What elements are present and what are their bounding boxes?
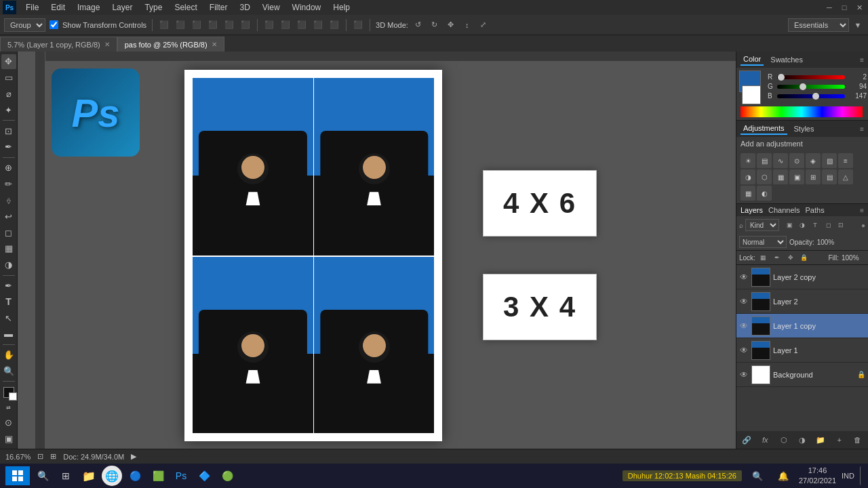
layer-link-icon[interactable]: 🔗 xyxy=(741,434,753,446)
type-tool[interactable]: T xyxy=(1,294,16,309)
color-panel-collapse[interactable]: ≡ xyxy=(860,56,864,64)
selective-color-icon[interactable]: ◐ xyxy=(757,186,772,201)
brightness-contrast-icon[interactable]: ☀ xyxy=(741,153,755,168)
filter-pixel-icon[interactable]: ▣ xyxy=(784,220,795,230)
gradient-tool[interactable]: ▦ xyxy=(1,241,16,256)
clone-tool[interactable]: ⎀ xyxy=(1,192,16,207)
align-left-icon[interactable]: ⬛ xyxy=(158,19,170,31)
blend-mode-select[interactable]: Normal xyxy=(739,236,787,248)
show-desktop-button[interactable] xyxy=(860,466,863,485)
gradient-map-icon[interactable]: ▦ xyxy=(741,186,755,201)
threshold-icon[interactable]: △ xyxy=(838,169,853,184)
align-top-icon[interactable]: ⬛ xyxy=(207,19,219,31)
3d-scale-icon[interactable]: ⤢ xyxy=(477,19,490,31)
status-arrow[interactable]: ▶ xyxy=(131,452,136,461)
menu-help[interactable]: Help xyxy=(328,1,355,14)
layer-new-icon[interactable]: + xyxy=(833,434,846,446)
workspace-expand-icon[interactable]: ▼ xyxy=(852,19,864,31)
bg-color-swatch[interactable] xyxy=(742,85,761,104)
color-balance-icon[interactable]: ≡ xyxy=(838,153,853,168)
tab-pasfoto[interactable]: pas foto @ 25% (RGB/8) ✕ xyxy=(117,37,224,52)
menu-filter[interactable]: Filter xyxy=(204,1,233,14)
filter-shape-icon[interactable]: ◻ xyxy=(823,220,833,230)
canvas-icon[interactable]: ⬛ xyxy=(352,19,364,31)
filter-smart-icon[interactable]: ⊡ xyxy=(835,220,846,230)
layer-visibility-layer1[interactable]: 👁 xyxy=(739,346,749,355)
dist-h-icon[interactable]: ⬛ xyxy=(263,19,275,31)
menu-view[interactable]: View xyxy=(257,1,285,14)
dodge-tool[interactable]: ◑ xyxy=(1,258,16,272)
minimize-button[interactable]: ─ xyxy=(823,1,835,14)
layer-fx-icon[interactable]: fx xyxy=(759,434,771,446)
history-tool[interactable]: ↩ xyxy=(1,209,16,224)
invert-icon[interactable]: ⊞ xyxy=(806,169,821,184)
align-middle-icon[interactable]: ⬛ xyxy=(223,19,235,31)
3d-drag-icon[interactable]: ✥ xyxy=(445,19,457,31)
menu-layer[interactable]: Layer xyxy=(106,1,138,14)
layer-visibility-background[interactable]: 👁 xyxy=(739,370,749,380)
lock-all-icon[interactable]: 🔒 xyxy=(799,252,810,263)
eraser-tool[interactable]: ◻ xyxy=(1,225,16,240)
3d-slide-icon[interactable]: ↕ xyxy=(461,19,473,31)
posterize-icon[interactable]: ▤ xyxy=(822,169,837,184)
heal-tool[interactable]: ⊕ xyxy=(1,161,16,176)
levels-icon[interactable]: ▤ xyxy=(757,153,772,168)
color-tab[interactable]: Color xyxy=(741,54,764,66)
paths-tab[interactable]: Paths xyxy=(806,206,825,214)
zoom-tool[interactable]: 🔍 xyxy=(1,364,16,379)
align-right-icon[interactable]: ⬛ xyxy=(191,19,203,31)
photo-filter-icon[interactable]: ⬡ xyxy=(757,169,772,184)
layer-adj-icon[interactable]: ◑ xyxy=(796,434,808,446)
b-slider[interactable] xyxy=(777,94,845,98)
background-color[interactable] xyxy=(9,392,17,401)
foreground-color[interactable] xyxy=(3,387,14,398)
bw-icon[interactable]: ◑ xyxy=(741,169,755,184)
tab-close-1[interactable]: ✕ xyxy=(104,41,110,48)
pen-tool[interactable]: ✒ xyxy=(1,279,16,293)
taskbar-icon3[interactable]: 🔵 xyxy=(125,466,145,486)
quick-mask-icon[interactable]: ⊙ xyxy=(1,415,16,430)
styles-tab[interactable]: Styles xyxy=(791,123,817,134)
layer-visibility-layer1copy[interactable]: 👁 xyxy=(739,321,749,331)
layer-item-background[interactable]: 👁 Background 🔒 xyxy=(736,363,868,387)
path-select-tool[interactable]: ↖ xyxy=(1,310,16,325)
swap-colors-icon[interactable]: ⇄ xyxy=(6,405,11,411)
3d-roll-icon[interactable]: ↻ xyxy=(429,19,441,31)
brush-tool[interactable]: ✏ xyxy=(1,177,16,192)
align-center-h-icon[interactable]: ⬛ xyxy=(174,19,186,31)
magic-wand-tool[interactable]: ✦ xyxy=(1,102,16,117)
dist-center-icon[interactable]: ⬛ xyxy=(312,19,324,31)
crop-tool[interactable]: ⊡ xyxy=(1,123,16,138)
explorer-button[interactable]: 📁 xyxy=(79,466,99,486)
lock-pixels-icon[interactable]: ▦ xyxy=(758,252,769,263)
layer-visibility-layer2copy[interactable]: 👁 xyxy=(739,272,749,282)
layer-item-layer1copy[interactable]: 👁 Layer 1 copy xyxy=(736,314,868,338)
tab-layer1copy[interactable]: 5.7% (Layer 1 copy, RGB/8) ✕ xyxy=(0,37,117,52)
taskbar-notification-icon[interactable]: 🔔 xyxy=(773,466,793,486)
menu-image[interactable]: Image xyxy=(72,1,105,14)
dist-right-icon[interactable]: ⬛ xyxy=(328,19,340,31)
channels-tab[interactable]: Channels xyxy=(768,206,800,214)
show-transform-checkbox[interactable] xyxy=(50,20,58,29)
g-slider[interactable] xyxy=(777,85,845,89)
color-lookup-icon[interactable]: ▣ xyxy=(789,169,804,184)
layers-panel-collapse[interactable]: ≡ xyxy=(860,207,864,214)
layer-item-layer2[interactable]: 👁 Layer 2 xyxy=(736,289,868,314)
layer-folder-icon[interactable]: 📁 xyxy=(814,434,827,446)
lock-position-icon[interactable]: ✒ xyxy=(772,252,783,263)
taskview-button[interactable]: ⊞ xyxy=(56,466,76,486)
filter-type-icon[interactable]: T xyxy=(810,220,821,230)
close-button[interactable]: ✕ xyxy=(853,1,865,14)
search-button[interactable]: 🔍 xyxy=(33,466,53,486)
taskbar-icon6[interactable]: 🔷 xyxy=(194,466,214,486)
menu-file[interactable]: File xyxy=(20,1,44,14)
vibrance-icon[interactable]: ◈ xyxy=(806,153,821,168)
menu-edit[interactable]: Edit xyxy=(45,1,71,14)
search-taskbar-icon[interactable]: 🔍 xyxy=(747,466,768,486)
taskbar-icon5[interactable]: Ps xyxy=(171,466,191,486)
chrome-button[interactable]: 🌐 xyxy=(102,466,122,486)
mode-select[interactable]: Group xyxy=(4,18,45,32)
lasso-tool[interactable]: ⌀ xyxy=(1,87,16,102)
adjustments-tab[interactable]: Adjustments xyxy=(741,123,787,135)
align-bottom-icon[interactable]: ⬛ xyxy=(239,19,252,31)
